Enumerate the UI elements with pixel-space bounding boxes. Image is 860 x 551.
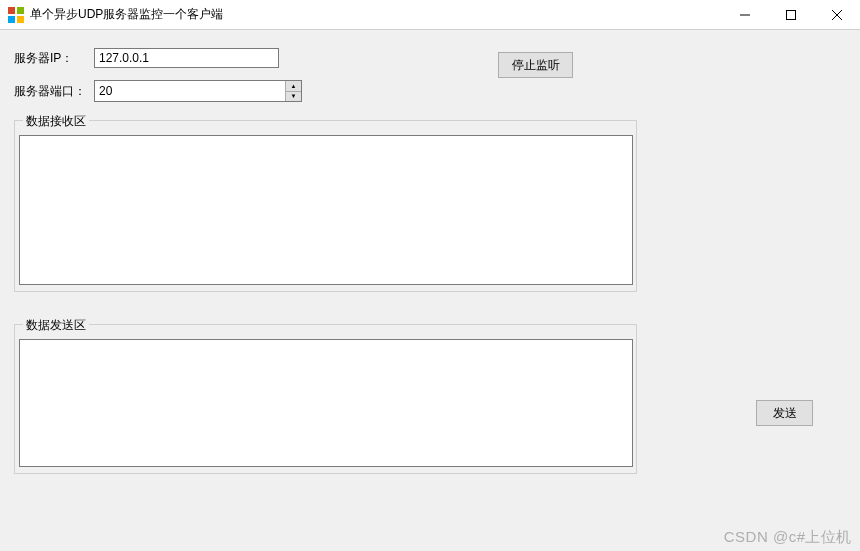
client-area: 服务器IP： 服务器端口： ▲ ▼ 停止监听 数据接收区 数据发送区 发送	[0, 30, 860, 488]
server-port-label: 服务器端口：	[14, 83, 94, 100]
minimize-button[interactable]	[722, 0, 768, 30]
app-icon	[8, 7, 24, 23]
server-port-stepper[interactable]: ▲ ▼	[94, 80, 302, 102]
server-port-input[interactable]	[95, 81, 285, 101]
window-controls	[722, 0, 860, 29]
titlebar: 单个异步UDP服务器监控一个客户端	[0, 0, 860, 30]
send-button[interactable]: 发送	[756, 400, 813, 426]
window-title: 单个异步UDP服务器监控一个客户端	[30, 6, 223, 23]
maximize-button[interactable]	[768, 0, 814, 30]
receive-textarea[interactable]	[19, 135, 633, 285]
server-ip-input[interactable]	[94, 48, 279, 68]
receive-legend: 数据接收区	[23, 113, 89, 130]
send-legend: 数据发送区	[23, 317, 89, 334]
receive-groupbox: 数据接收区	[14, 120, 637, 292]
send-textarea[interactable]	[19, 339, 633, 467]
stop-listen-button[interactable]: 停止监听	[498, 52, 573, 78]
watermark: CSDN @c#上位机	[724, 528, 852, 547]
close-button[interactable]	[814, 0, 860, 30]
svg-rect-1	[787, 11, 796, 20]
send-groupbox: 数据发送区	[14, 324, 637, 474]
port-increment-button[interactable]: ▲	[286, 81, 301, 92]
server-ip-label: 服务器IP：	[14, 50, 94, 67]
port-decrement-button[interactable]: ▼	[286, 92, 301, 102]
